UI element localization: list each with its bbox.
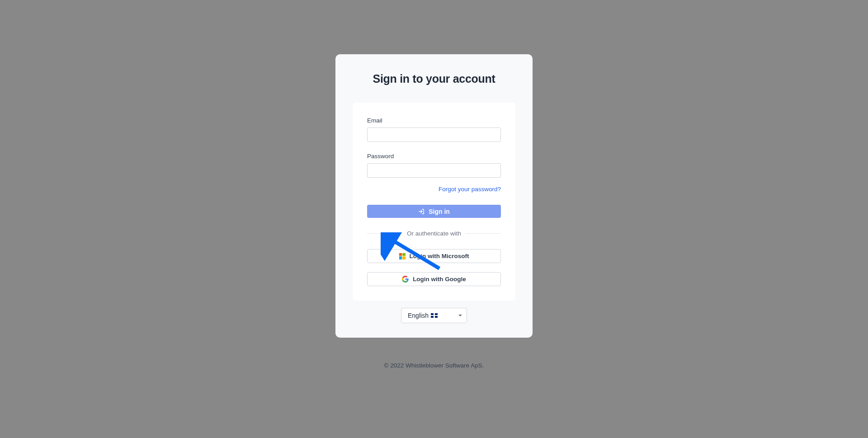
language-selector[interactable]: English — [401, 308, 467, 323]
password-group: Password — [367, 153, 501, 178]
microsoft-icon — [399, 253, 406, 259]
divider-line-left — [367, 233, 402, 234]
divider-line-right — [466, 233, 501, 234]
password-field[interactable] — [367, 163, 501, 178]
page-title: Sign in to your account — [373, 72, 495, 85]
login-google-button[interactable]: Login with Google — [367, 272, 501, 286]
email-label: Email — [367, 117, 501, 124]
footer-copyright: © 2022 Whistleblower Software ApS. — [384, 362, 484, 369]
forgot-password-link[interactable]: Forgot your password? — [367, 186, 501, 193]
signin-button-label: Sign in — [429, 208, 450, 215]
uk-flag-icon — [431, 313, 438, 318]
form-card: Email Password Forgot your password? Sig… — [353, 103, 515, 301]
email-group: Email — [367, 117, 501, 142]
login-google-label: Login with Google — [413, 276, 466, 283]
signin-button[interactable]: Sign in — [367, 205, 501, 218]
signin-icon — [418, 208, 425, 215]
email-field[interactable] — [367, 127, 501, 142]
login-microsoft-button[interactable]: Login with Microsoft — [367, 249, 501, 263]
language-selected-label: English — [408, 312, 429, 319]
google-icon — [402, 276, 409, 283]
login-microsoft-label: Login with Microsoft — [410, 253, 469, 259]
chevron-down-icon — [458, 315, 462, 316]
divider-text: Or authenticate with — [402, 230, 466, 237]
password-label: Password — [367, 153, 501, 160]
divider-row: Or authenticate with — [367, 230, 501, 237]
signin-card: Sign in to your account Email Password F… — [335, 54, 533, 338]
